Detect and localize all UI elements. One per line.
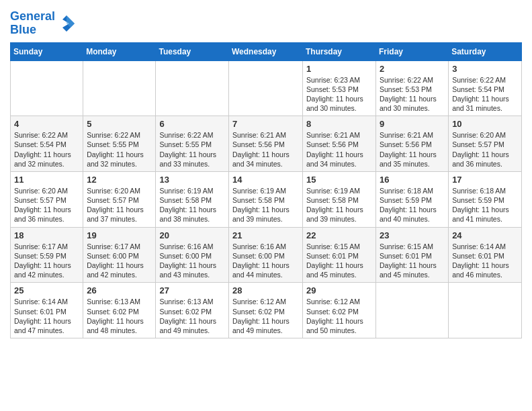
day-number: 22 <box>306 230 372 240</box>
day-number: 28 <box>232 285 299 295</box>
header-saturday: Saturday <box>449 42 522 60</box>
calendar-cell <box>449 283 522 338</box>
calendar-cell: 12Sunrise: 6:20 AM Sunset: 5:57 PM Dayli… <box>83 171 156 227</box>
day-info: Sunrise: 6:15 AM Sunset: 6:01 PM Dayligh… <box>380 242 445 280</box>
calendar-cell: 27Sunrise: 6:13 AM Sunset: 6:02 PM Dayli… <box>156 283 229 338</box>
day-number: 16 <box>380 175 445 185</box>
day-number: 18 <box>14 230 79 240</box>
day-info: Sunrise: 6:14 AM Sunset: 6:01 PM Dayligh… <box>14 297 79 335</box>
day-number: 5 <box>87 119 152 129</box>
day-info: Sunrise: 6:12 AM Sunset: 6:02 PM Dayligh… <box>232 297 299 335</box>
calendar-cell: 7Sunrise: 6:21 AM Sunset: 5:56 PM Daylig… <box>229 116 303 172</box>
calendar-cell: 20Sunrise: 6:16 AM Sunset: 6:00 PM Dayli… <box>156 227 229 283</box>
day-number: 23 <box>380 230 445 240</box>
day-info: Sunrise: 6:17 AM Sunset: 6:00 PM Dayligh… <box>87 242 152 280</box>
day-info: Sunrise: 6:22 AM Sunset: 5:53 PM Dayligh… <box>380 75 445 113</box>
day-info: Sunrise: 6:22 AM Sunset: 5:55 PM Dayligh… <box>87 130 152 169</box>
calendar-week-3: 11Sunrise: 6:20 AM Sunset: 5:57 PM Dayli… <box>11 171 522 227</box>
header-friday: Friday <box>376 42 449 60</box>
day-info: Sunrise: 6:19 AM Sunset: 5:58 PM Dayligh… <box>159 186 225 224</box>
day-number: 6 <box>159 119 225 129</box>
day-info: Sunrise: 6:21 AM Sunset: 5:56 PM Dayligh… <box>306 130 372 169</box>
logo-blue: Blue <box>10 24 55 37</box>
calendar-cell: 5Sunrise: 6:22 AM Sunset: 5:55 PM Daylig… <box>83 116 156 172</box>
header-monday: Monday <box>83 42 156 60</box>
day-info: Sunrise: 6:17 AM Sunset: 5:59 PM Dayligh… <box>14 242 79 280</box>
calendar-cell: 25Sunrise: 6:14 AM Sunset: 6:01 PM Dayli… <box>11 283 83 338</box>
calendar-cell: 18Sunrise: 6:17 AM Sunset: 5:59 PM Dayli… <box>11 227 83 283</box>
day-info: Sunrise: 6:13 AM Sunset: 6:02 PM Dayligh… <box>87 297 152 335</box>
header-thursday: Thursday <box>303 42 376 60</box>
logo-general: General <box>10 9 55 23</box>
calendar-cell: 22Sunrise: 6:15 AM Sunset: 6:01 PM Dayli… <box>303 227 376 283</box>
day-number: 9 <box>380 119 445 129</box>
calendar-week-4: 18Sunrise: 6:17 AM Sunset: 5:59 PM Dayli… <box>11 227 522 283</box>
day-number: 15 <box>306 175 372 185</box>
day-info: Sunrise: 6:13 AM Sunset: 6:02 PM Dayligh… <box>159 297 225 335</box>
day-number: 25 <box>14 285 79 295</box>
calendar-cell: 8Sunrise: 6:21 AM Sunset: 5:56 PM Daylig… <box>303 116 376 172</box>
header-tuesday: Tuesday <box>156 42 229 60</box>
calendar-week-1: 1Sunrise: 6:23 AM Sunset: 5:53 PM Daylig… <box>11 60 522 116</box>
day-number: 7 <box>232 119 299 129</box>
logo-icon <box>57 14 76 33</box>
day-info: Sunrise: 6:12 AM Sunset: 6:02 PM Dayligh… <box>306 297 372 335</box>
day-info: Sunrise: 6:18 AM Sunset: 5:59 PM Dayligh… <box>452 186 518 224</box>
calendar-cell: 10Sunrise: 6:20 AM Sunset: 5:57 PM Dayli… <box>449 116 522 172</box>
day-number: 20 <box>159 230 225 240</box>
day-info: Sunrise: 6:18 AM Sunset: 5:59 PM Dayligh… <box>380 186 445 224</box>
day-number: 29 <box>306 285 372 295</box>
logo: General Blue <box>10 10 76 37</box>
calendar-cell: 2Sunrise: 6:22 AM Sunset: 5:53 PM Daylig… <box>376 60 449 116</box>
calendar-cell: 14Sunrise: 6:19 AM Sunset: 5:58 PM Dayli… <box>229 171 303 227</box>
day-info: Sunrise: 6:20 AM Sunset: 5:57 PM Dayligh… <box>452 130 518 169</box>
calendar-cell <box>11 60 83 116</box>
day-info: Sunrise: 6:23 AM Sunset: 5:53 PM Dayligh… <box>306 75 372 113</box>
calendar-cell: 26Sunrise: 6:13 AM Sunset: 6:02 PM Dayli… <box>83 283 156 338</box>
calendar-cell: 15Sunrise: 6:19 AM Sunset: 5:58 PM Dayli… <box>303 171 376 227</box>
calendar-cell <box>156 60 229 116</box>
calendar-week-2: 4Sunrise: 6:22 AM Sunset: 5:54 PM Daylig… <box>11 116 522 172</box>
day-number: 12 <box>87 175 152 185</box>
day-number: 19 <box>87 230 152 240</box>
calendar-cell <box>376 283 449 338</box>
calendar-cell: 1Sunrise: 6:23 AM Sunset: 5:53 PM Daylig… <box>303 60 376 116</box>
day-info: Sunrise: 6:16 AM Sunset: 6:00 PM Dayligh… <box>232 242 299 280</box>
day-info: Sunrise: 6:19 AM Sunset: 5:58 PM Dayligh… <box>232 186 299 224</box>
calendar-cell: 21Sunrise: 6:16 AM Sunset: 6:00 PM Dayli… <box>229 227 303 283</box>
day-info: Sunrise: 6:14 AM Sunset: 6:01 PM Dayligh… <box>452 242 518 280</box>
day-number: 4 <box>14 119 79 129</box>
day-info: Sunrise: 6:22 AM Sunset: 5:55 PM Dayligh… <box>159 130 225 169</box>
day-info: Sunrise: 6:16 AM Sunset: 6:00 PM Dayligh… <box>159 242 225 280</box>
day-info: Sunrise: 6:22 AM Sunset: 5:54 PM Dayligh… <box>14 130 79 169</box>
calendar-cell: 9Sunrise: 6:21 AM Sunset: 5:56 PM Daylig… <box>376 116 449 172</box>
day-info: Sunrise: 6:20 AM Sunset: 5:57 PM Dayligh… <box>14 186 79 224</box>
calendar-cell <box>229 60 303 116</box>
day-number: 24 <box>452 230 518 240</box>
day-info: Sunrise: 6:21 AM Sunset: 5:56 PM Dayligh… <box>232 130 299 169</box>
calendar-cell: 19Sunrise: 6:17 AM Sunset: 6:00 PM Dayli… <box>83 227 156 283</box>
calendar-cell: 17Sunrise: 6:18 AM Sunset: 5:59 PM Dayli… <box>449 171 522 227</box>
page-header: General Blue <box>10 7 522 37</box>
calendar-cell: 28Sunrise: 6:12 AM Sunset: 6:02 PM Dayli… <box>229 283 303 338</box>
day-number: 1 <box>306 64 372 74</box>
day-number: 27 <box>159 285 225 295</box>
day-info: Sunrise: 6:15 AM Sunset: 6:01 PM Dayligh… <box>306 242 372 280</box>
day-number: 3 <box>452 64 518 74</box>
header-wednesday: Wednesday <box>229 42 303 60</box>
calendar-week-5: 25Sunrise: 6:14 AM Sunset: 6:01 PM Dayli… <box>11 283 522 338</box>
calendar-cell: 23Sunrise: 6:15 AM Sunset: 6:01 PM Dayli… <box>376 227 449 283</box>
calendar-cell: 3Sunrise: 6:22 AM Sunset: 5:54 PM Daylig… <box>449 60 522 116</box>
calendar-cell: 29Sunrise: 6:12 AM Sunset: 6:02 PM Dayli… <box>303 283 376 338</box>
day-number: 17 <box>452 175 518 185</box>
logo-text: General <box>10 10 55 24</box>
calendar-cell: 24Sunrise: 6:14 AM Sunset: 6:01 PM Dayli… <box>449 227 522 283</box>
day-number: 2 <box>380 64 445 74</box>
day-info: Sunrise: 6:19 AM Sunset: 5:58 PM Dayligh… <box>306 186 372 224</box>
day-number: 14 <box>232 175 299 185</box>
calendar-table: SundayMondayTuesdayWednesdayThursdayFrid… <box>10 42 522 338</box>
day-info: Sunrise: 6:21 AM Sunset: 5:56 PM Dayligh… <box>380 130 445 169</box>
day-number: 26 <box>87 285 152 295</box>
day-number: 21 <box>232 230 299 240</box>
day-number: 10 <box>452 119 518 129</box>
